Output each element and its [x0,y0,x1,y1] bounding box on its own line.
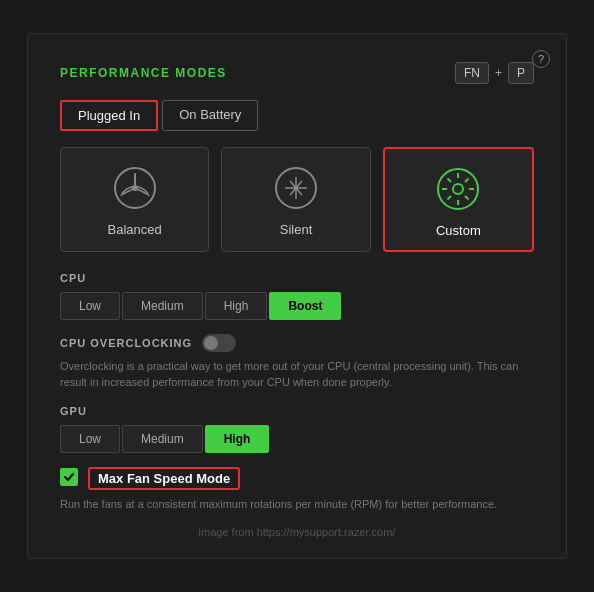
cpu-overclocking-description: Overclocking is a practical way to get m… [60,358,534,391]
gpu-btn-medium[interactable]: Medium [122,425,203,453]
fn-shortcut: FN + P [455,62,534,84]
svg-point-16 [453,184,463,194]
svg-line-12 [290,188,296,195]
mode-card-custom[interactable]: Custom [383,147,534,252]
svg-line-23 [465,178,469,182]
cpu-overclocking-label: CPU OVERCLOCKING [60,337,192,349]
cpu-overclocking-row: CPU OVERCLOCKING [60,334,534,352]
cpu-section: CPU Low Medium High Boost [60,272,534,320]
fan-mode-row: Max Fan Speed Mode [60,467,534,490]
svg-line-14 [290,181,296,188]
fan-mode-checkbox[interactable] [60,468,78,486]
cpu-btn-low[interactable]: Low [60,292,120,320]
mode-card-silent[interactable]: Silent [221,147,370,252]
balanced-label: Balanced [108,222,162,237]
silent-icon [272,164,320,212]
tab-on-battery[interactable]: On Battery [162,100,258,131]
panel-title: PERFORMANCE MODES [60,66,227,80]
svg-line-10 [296,188,302,195]
mode-card-balanced[interactable]: Balanced [60,147,209,252]
fan-mode-label[interactable]: Max Fan Speed Mode [88,467,240,490]
header-row: PERFORMANCE MODES FN + P [60,62,534,84]
cpu-btn-high[interactable]: High [205,292,268,320]
cpu-btn-medium[interactable]: Medium [122,292,203,320]
svg-line-24 [448,196,452,200]
gpu-section: GPU Low Medium High [60,405,534,453]
gpu-btn-low[interactable]: Low [60,425,120,453]
custom-label: Custom [436,223,481,238]
fn-key: FN [455,62,489,84]
custom-icon [434,165,482,213]
performance-modes-panel: ? PERFORMANCE MODES FN + P Plugged In On… [27,33,567,560]
cpu-overclocking-toggle[interactable] [202,334,236,352]
svg-line-8 [296,181,302,188]
toggle-knob [204,336,218,350]
gpu-btn-high[interactable]: High [205,425,270,453]
balanced-icon [111,164,159,212]
gpu-button-group: Low Medium High [60,425,534,453]
cpu-overclocking-section: CPU OVERCLOCKING Overclocking is a pract… [60,334,534,391]
tabs-row: Plugged In On Battery [60,100,534,131]
svg-line-21 [448,178,452,182]
fan-mode-description: Run the fans at a consistent maximum rot… [60,496,534,513]
help-icon[interactable]: ? [532,50,550,68]
cpu-btn-boost[interactable]: Boost [269,292,341,320]
gpu-label: GPU [60,405,534,417]
svg-line-22 [465,196,469,200]
mode-cards: Balanced Silent [60,147,534,252]
plus-sign: + [495,66,502,80]
cpu-button-group: Low Medium High Boost [60,292,534,320]
watermark: image from https://mysupport.razer.com/ [60,526,534,538]
cpu-label: CPU [60,272,534,284]
silent-label: Silent [280,222,313,237]
p-key: P [508,62,534,84]
tab-plugged-in[interactable]: Plugged In [60,100,158,131]
